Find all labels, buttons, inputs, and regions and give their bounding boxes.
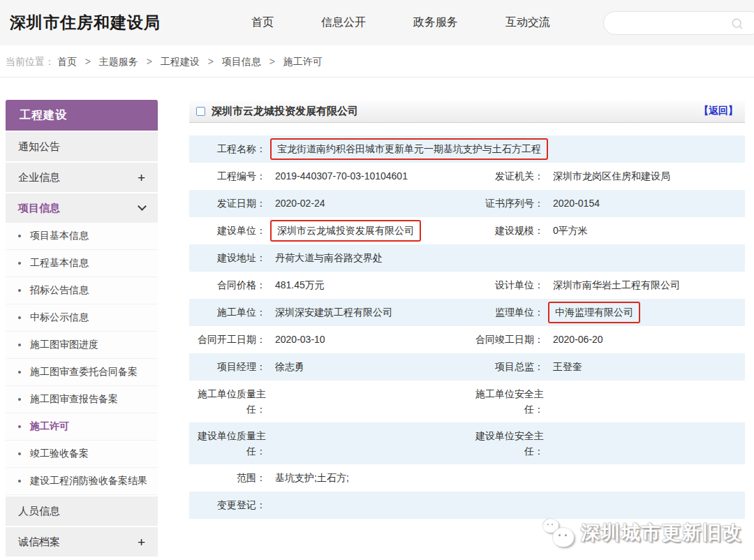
bullet-icon <box>18 262 21 265</box>
wechat-icon <box>542 517 575 548</box>
breadcrumb-separator: > <box>208 56 214 67</box>
breadcrumb-home[interactable]: 首页 <box>57 56 77 67</box>
table-row-managers: 项目经理： 徐志勇 项目总监： 王登奎 <box>189 353 745 381</box>
nav-item-home[interactable]: 首页 <box>251 15 274 30</box>
sidebar-item-label: 企业信息 <box>18 171 60 184</box>
field-label: 设计单位： <box>467 277 544 293</box>
field-value: 丹荷大道与南谷路交界处 <box>275 251 383 265</box>
subitem-label: 招标公告信息 <box>30 284 89 297</box>
panel-titlebar: 深圳市云龙城投资发展有限公司 【返回】 <box>189 100 745 123</box>
field-label: 项目总监： <box>467 359 544 374</box>
page-content: 工程建设 通知公告 企业信息 + 项目信息 项目基本信息 工程基本信息 招标公告… <box>0 78 754 557</box>
sidebar-subitem-review-report-filing[interactable]: 施工图审查报告备案 <box>6 386 158 413</box>
company-title: 深圳市云龙城投资发展有限公司 <box>212 105 358 118</box>
top-header: 深圳市住房和建设局 首页 信息公开 政务服务 互动交流 <box>0 0 754 45</box>
breadcrumb-theme-services[interactable]: 主题服务 <box>99 56 138 67</box>
sidebar-item-enterprise-info[interactable]: 企业信息 + <box>6 163 158 192</box>
back-button[interactable]: 【返回】 <box>699 105 738 117</box>
table-row-construction-unit: 建设单位： 深圳市云龙城投资发展有限公司 建设规模： 0平方米 <box>189 217 745 244</box>
field-label: 发证机关： <box>467 168 544 184</box>
breadcrumb-construction[interactable]: 工程建设 <box>161 56 200 67</box>
nav-item-gov-services[interactable]: 政务服务 <box>413 15 458 30</box>
breadcrumb-project-info[interactable]: 项目信息 <box>222 56 261 67</box>
main-panel: 深圳市云龙城投资发展有限公司 【返回】 工程名称： 宝龙街道南约积谷田城市更新单… <box>189 100 745 557</box>
field-value: 徐志勇 <box>275 360 304 374</box>
sidebar-subitem-project-basic-info[interactable]: 项目基本信息 <box>6 223 158 250</box>
bullet-icon <box>18 235 21 237</box>
table-row-address: 建设地址： 丹荷大道与南谷路交界处 <box>189 244 745 272</box>
expand-plus-icon[interactable]: + <box>138 536 145 549</box>
field-value: 2020-02-24 <box>275 196 325 211</box>
search-box[interactable] <box>603 11 754 35</box>
table-row-contract-dates: 合同开工日期： 2020-03-10 合同竣工日期： 2020-06-20 <box>189 326 745 353</box>
sidebar-subitem-construction-permit[interactable]: 施工许可 <box>6 413 158 441</box>
chevron-down-icon[interactable] <box>138 202 147 211</box>
field-label: 合同竣工日期： <box>467 332 544 347</box>
watermark: 深圳城市更新旧改 <box>542 517 743 548</box>
permit-info-table: 工程名称： 宝龙街道南约积谷田城市更新单元一期基坑支护与土石方工程 工程编号： … <box>189 135 745 519</box>
field-label: 变更登记： <box>189 497 266 513</box>
breadcrumb-separator: > <box>85 56 91 67</box>
field-value-highlighted: 中海监理有限公司 <box>548 302 640 323</box>
bullet-icon <box>18 344 21 346</box>
sidebar-item-personnel-info[interactable]: 人员信息 <box>6 496 158 526</box>
sidebar-item-label: 通知公告 <box>18 140 60 154</box>
nav-item-interaction[interactable]: 互动交流 <box>505 15 550 30</box>
bullet-icon <box>18 371 21 374</box>
table-row-contractor: 施工单位： 深圳深安建筑工程有限公司 监理单位： 中海监理有限公司 <box>189 299 745 326</box>
subitem-label: 施工图审查委托合同备案 <box>30 366 138 378</box>
field-value: 2020-0154 <box>553 196 600 211</box>
watermark-text: 深圳城市更新旧改 <box>581 520 743 545</box>
field-value: 深圳市龙岗区住房和建设局 <box>553 169 670 184</box>
bullet-icon <box>18 425 21 428</box>
subitem-label: 项目基本信息 <box>30 230 89 242</box>
field-label: 建设地址： <box>189 250 266 265</box>
sidebar-item-label: 项目信息 <box>18 202 60 215</box>
sidebar-subitem-review-contract-filing[interactable]: 施工图审查委托合同备案 <box>6 359 158 386</box>
breadcrumb-construction-permit[interactable]: 施工许可 <box>283 56 323 67</box>
sidebar-item-label: 诚信档案 <box>18 536 60 549</box>
field-value: 基坑支护;土石方; <box>275 471 349 485</box>
field-label: 工程编号： <box>189 168 266 184</box>
breadcrumb: 当前位置： 首页 > 主题服务 > 工程建设 > 项目信息 > 施工许可 <box>0 45 754 78</box>
sidebar-item-project-info[interactable]: 项目信息 <box>6 193 158 223</box>
field-label: 监理单位： <box>467 304 544 320</box>
sidebar-subitem-completion-acceptance[interactable]: 竣工验收备案 <box>6 441 158 468</box>
bullet-icon <box>18 289 21 292</box>
field-value: 深圳深安建筑工程有限公司 <box>275 305 392 320</box>
table-row-project-number: 工程编号： 2019-440307-70-03-10104601 发证机关： 深… <box>189 163 745 190</box>
bullet-icon <box>18 452 21 455</box>
field-label: 建设单位安全主任： <box>467 428 544 459</box>
top-nav: 首页 信息公开 政务服务 互动交流 <box>251 15 550 30</box>
field-value: 0平方米 <box>553 223 588 238</box>
field-label: 建设规模： <box>467 223 544 238</box>
sidebar-subitem-bid-winning[interactable]: 中标公示信息 <box>6 304 158 332</box>
sidebar-subitem-bid-announcement[interactable]: 招标公告信息 <box>6 277 158 304</box>
sidebar-item-notices[interactable]: 通知公告 <box>6 132 158 161</box>
search-icon[interactable] <box>731 17 744 30</box>
sidebar-subitem-drawing-review-progress[interactable]: 施工图审图进度 <box>6 332 158 359</box>
field-label: 建设单位质量主任： <box>189 428 266 459</box>
field-label: 工程名称： <box>189 141 266 156</box>
expand-plus-icon[interactable]: + <box>138 171 145 184</box>
field-value: 深圳市南华岩土工程有限公司 <box>553 278 680 293</box>
bullet-icon <box>18 398 21 401</box>
sidebar-subitem-fire-acceptance-result[interactable]: 建设工程消防验收备案结果 <box>6 468 158 495</box>
field-label: 建设单位： <box>189 223 266 238</box>
field-label: 合同开工日期： <box>189 332 266 347</box>
subitem-label: 施工图审图进度 <box>30 339 98 351</box>
breadcrumb-separator: > <box>147 56 152 67</box>
sidebar-header: 工程建设 <box>6 100 158 131</box>
field-label: 合同价格： <box>189 277 266 293</box>
document-icon <box>196 107 205 116</box>
subitem-label: 建设工程消防验收备案结果 <box>30 475 147 487</box>
field-label: 证书序列号： <box>467 196 544 211</box>
sidebar: 工程建设 通知公告 企业信息 + 项目信息 项目基本信息 工程基本信息 招标公告… <box>6 100 158 557</box>
sidebar-item-credit-archive[interactable]: 诚信档案 + <box>6 527 158 557</box>
table-row-contract-price: 合同价格： 481.45万元 设计单位： 深圳市南华岩土工程有限公司 <box>189 272 745 299</box>
sidebar-subitem-project-eng-info[interactable]: 工程基本信息 <box>6 250 158 277</box>
sidebar-item-label: 人员信息 <box>18 505 60 518</box>
field-value: 2020-03-10 <box>275 332 325 347</box>
table-row-issue-date: 发证日期： 2020-02-24 证书序列号： 2020-0154 <box>189 190 745 217</box>
nav-item-info-disclosure[interactable]: 信息公开 <box>321 15 366 30</box>
